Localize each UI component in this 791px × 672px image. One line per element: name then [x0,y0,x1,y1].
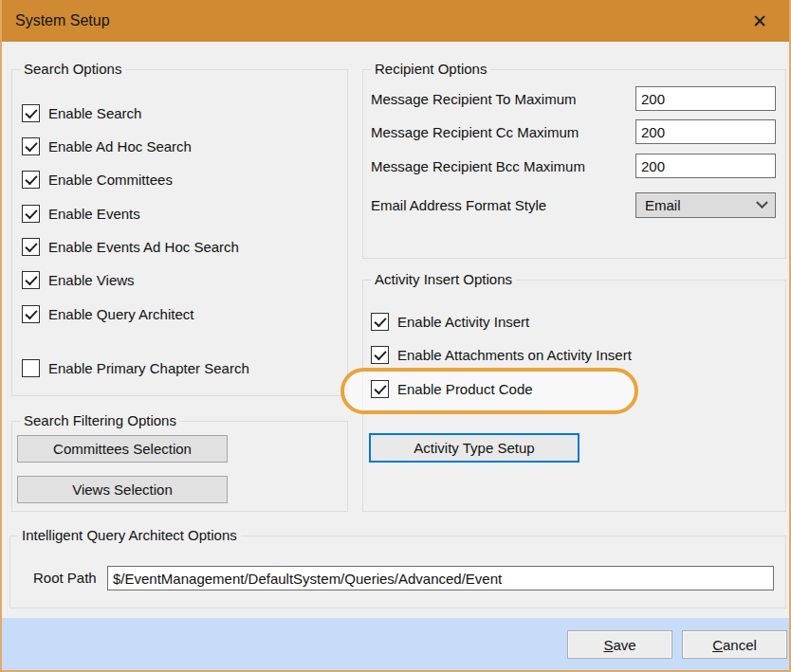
checkbox-row-enable-views[interactable]: Enable Views [22,270,135,289]
checkbox-row-enable-committees[interactable]: Enable Committees [22,170,173,189]
group-iqa-options: Intelligent Query Architect Options Root… [9,536,786,608]
button-label: Views Selection [72,481,173,498]
checkbox-row-enable-product-code[interactable]: Enable Product Code [371,379,533,398]
checkbox[interactable] [371,346,389,364]
views-selection-button[interactable]: Views Selection [17,476,228,503]
checkbox-label: Enable Events [48,206,140,222]
button-label: Activity Type Setup [414,440,534,456]
field-label: Message Recipient To Maximum [371,91,635,107]
checkbox-row-enable-query-architect[interactable]: Enable Query Architect [22,304,193,323]
dropdown-selected-value: Email [645,197,681,213]
checkbox-label: Enable Attachments on Activity Insert [397,347,632,363]
group-search-filtering-options: Search Filtering Options Committees Sele… [11,421,348,512]
checkbox-row-enable-primary-chapter-search[interactable]: Enable Primary Chapter Search [22,358,249,377]
group-recipient-options: Recipient Options Message Recipient To M… [362,69,786,259]
checkbox[interactable] [22,271,40,289]
save-button[interactable]: Save [567,630,672,659]
title-bar: System Setup ✕ [2,0,789,42]
email-format-style-dropdown[interactable]: Email [635,192,776,218]
cancel-button[interactable]: Cancel [682,630,787,659]
button-label: Cancel [712,637,757,653]
field-row-to-maximum: Message Recipient To Maximum [371,86,776,111]
field-label: Message Recipient Bcc Maximum [371,158,635,174]
checkbox[interactable] [371,380,389,398]
checkbox-label: Enable Search [48,105,141,121]
button-label: Committees Selection [53,441,192,457]
committees-selection-button[interactable]: Committees Selection [17,435,228,463]
field-row-email-format-style: Email Address Format Style Email [371,192,776,217]
bcc-maximum-input[interactable] [635,154,776,178]
checkbox-row-enable-attachments[interactable]: Enable Attachments on Activity Insert [371,345,632,364]
button-label: Save [603,637,635,653]
checkbox-label: Enable Events Ad Hoc Search [48,239,239,255]
checkbox[interactable] [22,305,40,323]
field-row-bcc-maximum: Message Recipient Bcc Maximum [371,154,776,178]
checkbox[interactable] [22,104,40,122]
checkbox[interactable] [22,359,40,377]
group-title: Search Filtering Options [20,412,180,428]
field-label: Message Recipient Cc Maximum [371,124,635,140]
cc-maximum-input[interactable] [635,119,776,144]
checkbox-row-enable-events-ad-hoc-search[interactable]: Enable Events Ad Hoc Search [22,237,239,256]
checkbox[interactable] [22,238,40,256]
root-path-label: Root Path [29,570,101,586]
checkbox-label: Enable Product Code [397,381,533,397]
footer-bar: Save Cancel [2,618,789,670]
group-search-options: Search Options Enable Search Enable Ad H… [11,69,348,396]
chevron-down-icon [756,196,768,209]
group-title: Search Options [20,61,125,77]
close-icon[interactable]: ✕ [740,0,780,42]
field-label: Email Address Format Style [371,197,635,213]
group-title: Activity Insert Options [371,271,516,287]
checkbox-row-enable-events[interactable]: Enable Events [22,204,140,223]
checkbox-row-enable-ad-hoc-search[interactable]: Enable Ad Hoc Search [22,136,192,155]
checkbox[interactable] [22,137,40,155]
activity-type-setup-button[interactable]: Activity Type Setup [369,433,579,463]
checkbox-label: Enable Committees [48,172,173,188]
checkbox-label: Enable Primary Chapter Search [48,360,249,376]
to-maximum-input[interactable] [635,86,776,111]
window-title: System Setup [15,12,110,29]
checkbox-label: Enable Activity Insert [397,314,529,330]
checkbox-row-enable-search[interactable]: Enable Search [22,103,141,122]
checkbox[interactable] [22,171,40,189]
checkbox[interactable] [22,205,40,223]
group-title: Recipient Options [371,61,490,77]
checkbox-label: Enable Ad Hoc Search [48,138,192,154]
field-row-cc-maximum: Message Recipient Cc Maximum [371,119,776,144]
system-setup-dialog: System Setup ✕ Search Options Enable Sea… [0,0,791,672]
checkbox-label: Enable Views [48,272,135,288]
root-path-input[interactable] [107,566,774,590]
checkbox-row-enable-activity-insert[interactable]: Enable Activity Insert [371,312,529,331]
group-title: Intelligent Query Architect Options [18,527,241,543]
checkbox[interactable] [371,313,389,331]
checkbox-label: Enable Query Architect [48,306,193,322]
